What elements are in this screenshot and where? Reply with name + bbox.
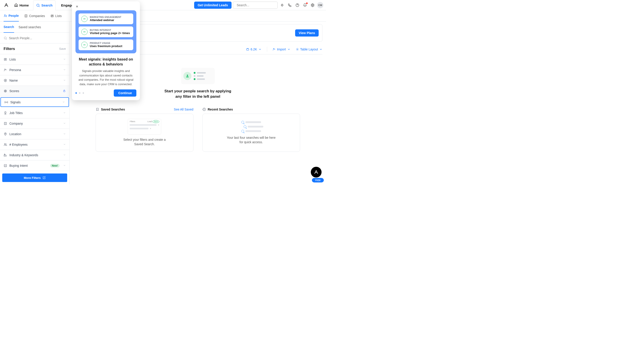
get-unlimited-leads-button[interactable]: Get Unlimited Leads bbox=[194, 2, 232, 9]
saved-searches-card: FiltersLoad Save + + Select your filters… bbox=[96, 114, 194, 152]
signals-illustration: MARKETING ENGAGEMENTAttended webinar BUY… bbox=[76, 10, 136, 53]
saved-searches-column: Saved Searches See All Saved FiltersLoad… bbox=[96, 106, 194, 152]
filters-title: Filters bbox=[4, 47, 15, 51]
svg-point-24 bbox=[297, 49, 298, 50]
svg-rect-5 bbox=[25, 15, 27, 17]
empty-state-headline: Start your people search by applying any… bbox=[162, 89, 234, 99]
hide-fab-button[interactable]: Hide bbox=[312, 178, 324, 182]
settings-gear-icon[interactable] bbox=[310, 2, 316, 8]
filter-label: Company bbox=[10, 122, 23, 125]
chevron-down-icon bbox=[63, 79, 66, 82]
entity-tabs: People Companies Lists bbox=[0, 10, 326, 22]
filter-sidebar: Search Saved searches Filters Save Lists… bbox=[0, 22, 70, 184]
filter-label: Buying Intent bbox=[10, 164, 28, 167]
global-search[interactable] bbox=[233, 2, 278, 9]
notification-badge-icon bbox=[306, 3, 308, 4]
filter-buying-intent[interactable]: Buying Intent New! bbox=[0, 160, 70, 171]
filter-persona[interactable]: Persona bbox=[0, 65, 70, 75]
close-popover-button[interactable] bbox=[75, 5, 79, 9]
saved-illustration: FiltersLoad Save + + bbox=[128, 119, 161, 135]
dot-2[interactable] bbox=[79, 92, 80, 94]
nav-search-label: Search bbox=[42, 3, 52, 7]
filter-lists[interactable]: Lists bbox=[0, 54, 70, 65]
filter-label: Persona bbox=[10, 68, 21, 72]
more-filters-button[interactable]: More Filters bbox=[2, 173, 67, 182]
tab-people-label: People bbox=[8, 14, 19, 18]
svg-point-7 bbox=[4, 37, 6, 39]
assistant-fab[interactable] bbox=[311, 167, 322, 178]
filter-label: Industry & Keywords bbox=[10, 153, 38, 157]
filter-job-titles[interactable]: Job Titles bbox=[0, 108, 70, 118]
sidebar-search-people[interactable] bbox=[0, 33, 70, 44]
credits-count[interactable]: 6.2K bbox=[246, 48, 262, 51]
signal-icon bbox=[81, 42, 88, 48]
table-layout-button[interactable]: Table Layout bbox=[296, 48, 322, 51]
topnav: Home Search Engage Get Unlimited Leads C… bbox=[0, 0, 326, 10]
recent-searches-column: Recent Searches Your last four searches … bbox=[202, 106, 300, 152]
history-icon bbox=[202, 108, 206, 111]
dot-1[interactable] bbox=[76, 92, 77, 94]
nav-home[interactable]: Home bbox=[11, 0, 32, 10]
svg-point-26 bbox=[84, 19, 85, 19]
filter-name[interactable]: Name bbox=[0, 75, 70, 86]
tab-people[interactable]: People bbox=[4, 10, 19, 22]
integrations-icon[interactable] bbox=[279, 2, 285, 8]
svg-point-4 bbox=[4, 15, 5, 16]
chevron-down-icon bbox=[63, 111, 66, 115]
chevron-down-icon bbox=[63, 164, 66, 167]
sidebar-tab-search[interactable]: Search bbox=[4, 22, 14, 33]
chevron-down-icon bbox=[63, 68, 66, 72]
view-plans-button[interactable]: View Plans bbox=[295, 29, 319, 37]
popover-heading: Meet signals: insights based on actions … bbox=[77, 57, 135, 67]
svg-point-0 bbox=[37, 4, 39, 7]
chevron-down-icon bbox=[63, 132, 66, 136]
chevron-down-icon bbox=[62, 100, 65, 104]
filter-signals[interactable]: Signals bbox=[0, 97, 69, 107]
tab-lists[interactable]: Lists bbox=[50, 10, 62, 22]
tab-lists-label: Lists bbox=[55, 14, 62, 18]
svg-point-27 bbox=[84, 32, 85, 32]
filter-label: # Employees bbox=[10, 143, 28, 146]
sidebar-search-people-input[interactable] bbox=[9, 36, 66, 40]
popover-body: Signals provide valuable insights and co… bbox=[77, 69, 135, 86]
sidebar-tab-saved-searches[interactable]: Saved searches bbox=[18, 22, 41, 33]
filter-scores[interactable]: Scores bbox=[0, 86, 70, 96]
new-badge: New! bbox=[50, 164, 60, 167]
filter-location[interactable]: Location bbox=[0, 129, 70, 139]
signal-icon bbox=[81, 16, 88, 22]
popover-continue-button[interactable]: Continue bbox=[114, 89, 136, 97]
help-icon[interactable] bbox=[294, 2, 300, 8]
recent-searches-title: Recent Searches bbox=[208, 108, 233, 111]
svg-rect-22 bbox=[246, 49, 249, 50]
see-all-saved-link[interactable]: See All Saved bbox=[174, 108, 193, 111]
recent-searches-desc: Your last four searches will be here for… bbox=[226, 136, 276, 144]
svg-point-18 bbox=[5, 133, 6, 134]
signal-card: PRODUCT USAGEUses freemium product bbox=[78, 40, 133, 50]
dot-3[interactable] bbox=[83, 92, 84, 94]
user-avatar[interactable]: CM bbox=[317, 2, 323, 8]
global-search-input[interactable] bbox=[237, 3, 276, 7]
nav-search[interactable]: Search bbox=[33, 0, 56, 10]
filter-company[interactable]: Company bbox=[0, 118, 70, 129]
chevron-down-icon bbox=[63, 122, 66, 125]
tab-companies[interactable]: Companies bbox=[24, 10, 45, 22]
svg-point-28 bbox=[84, 45, 85, 45]
phone-icon[interactable] bbox=[286, 2, 293, 8]
filter-employees[interactable]: # Employees bbox=[0, 139, 70, 150]
filter-label: Signals bbox=[10, 100, 20, 104]
svg-point-25 bbox=[187, 75, 188, 76]
filters-header: Filters Save bbox=[0, 44, 70, 54]
saved-searches-desc: Select your filters and create a Saved S… bbox=[120, 138, 169, 146]
tab-companies-label: Companies bbox=[29, 14, 45, 18]
import-button[interactable]: Import bbox=[272, 48, 290, 51]
signal-card: MARKETING ENGAGEMENTAttended webinar bbox=[78, 14, 133, 24]
filters-save-link[interactable]: Save bbox=[59, 47, 66, 51]
filter-label: Job Titles bbox=[10, 111, 22, 115]
recent-illustration bbox=[237, 121, 266, 132]
empty-state-illustration bbox=[181, 68, 215, 84]
notifications-icon[interactable] bbox=[302, 2, 308, 8]
filter-industry[interactable]: Industry & Keywords bbox=[0, 150, 70, 160]
chevron-down-icon bbox=[63, 153, 66, 157]
nav-home-label: Home bbox=[20, 3, 29, 7]
signal-icon bbox=[81, 29, 88, 35]
